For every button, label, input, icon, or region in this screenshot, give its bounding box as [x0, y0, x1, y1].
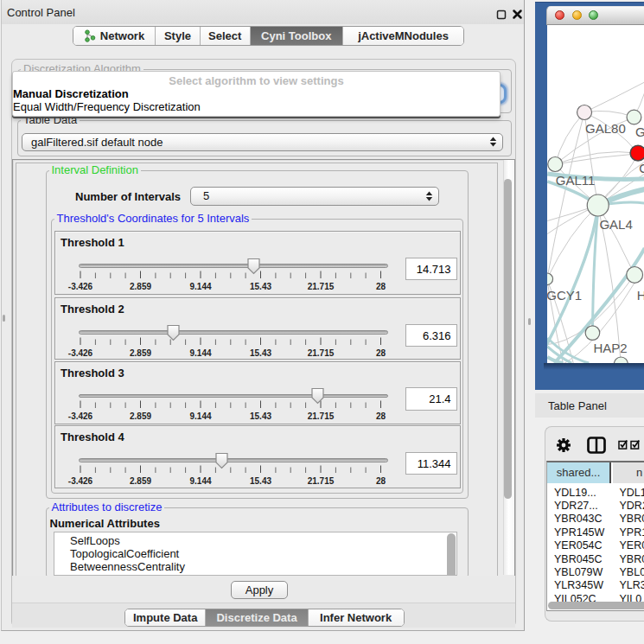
- svg-text:GAL1: GAL1: [635, 124, 644, 139]
- svg-text:HAP2: HAP2: [593, 341, 627, 355]
- svg-text:GCY1: GCY1: [547, 288, 582, 303]
- svg-text:CY: CY: [639, 161, 644, 175]
- svg-text:GAL4: GAL4: [599, 217, 632, 232]
- svg-text:GAL80: GAL80: [585, 121, 626, 136]
- svg-text:H: H: [636, 288, 644, 303]
- svg-text:GAL11: GAL11: [555, 173, 595, 188]
